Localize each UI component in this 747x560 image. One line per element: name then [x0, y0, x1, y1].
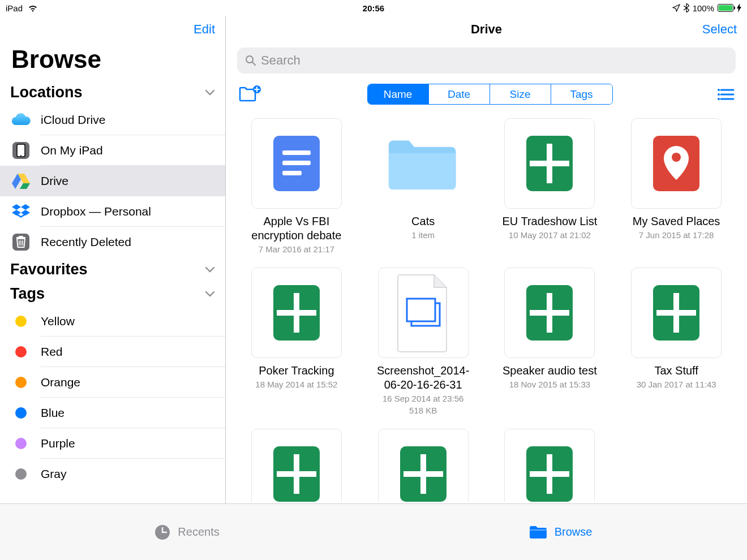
- tab-label: Browse: [555, 525, 593, 539]
- tag-dot: [15, 468, 27, 480]
- gsheet-icon: [251, 429, 342, 502]
- file-item[interactable]: Apple Vs FBI encryption debate 7 Mar 201…: [239, 118, 354, 255]
- gsheet-icon: [504, 118, 595, 209]
- gsheet-icon: [631, 268, 722, 358]
- file-name: Poker Tracking: [259, 364, 334, 378]
- file-meta: 7 Jun 2015 at 17:28: [639, 230, 714, 241]
- folder-icon: [529, 524, 548, 540]
- edit-button[interactable]: Edit: [194, 22, 215, 37]
- battery-icon: [718, 4, 733, 12]
- tag-gray[interactable]: Gray: [41, 459, 225, 489]
- bottom-tab-bar: Recents Browse: [0, 503, 747, 560]
- sort-name[interactable]: Name: [368, 84, 429, 104]
- gsheet-icon: [378, 429, 469, 502]
- file-item[interactable]: EU Tradeshow List 10 May 2017 at 21:02: [493, 118, 607, 255]
- svg-rect-10: [282, 150, 311, 155]
- gsheet-icon: [504, 429, 595, 502]
- tag-dot: [15, 316, 27, 327]
- dropbox-icon: [10, 201, 32, 222]
- trash-icon: [10, 231, 32, 253]
- sort-segmented: Name Date Size Tags: [367, 84, 613, 105]
- tag-dot: [15, 346, 27, 357]
- file-item[interactable]: Speaker audio test 18 Nov 2015 at 15:33: [493, 268, 607, 416]
- tab-recents[interactable]: Recents: [0, 504, 374, 560]
- tags-label: Tags: [10, 285, 45, 303]
- tag-purple[interactable]: Purple: [41, 428, 225, 459]
- file-name: Apple Vs FBI encryption debate: [244, 214, 349, 243]
- location-label: iCloud Drive: [41, 113, 105, 127]
- tags-header[interactable]: Tags: [0, 282, 225, 306]
- file-item[interactable]: Screenshot_2014-06-20-16-26-31 16 Sep 20…: [366, 268, 480, 416]
- tag-yellow[interactable]: Yellow: [41, 306, 225, 337]
- icloud-icon: [10, 109, 32, 131]
- favourites-header[interactable]: Favourites: [0, 257, 225, 282]
- tag-label: Yellow: [41, 315, 75, 328]
- file-meta: 16 Sep 2014 at 23:56: [383, 393, 463, 404]
- svg-rect-11: [282, 161, 311, 165]
- sort-tags[interactable]: Tags: [551, 84, 612, 104]
- tag-red[interactable]: Red: [41, 337, 225, 367]
- location-label: On My iPad: [41, 144, 103, 157]
- file-grid: Apple Vs FBI encryption debate 7 Mar 201…: [226, 105, 747, 502]
- select-button[interactable]: Select: [702, 22, 737, 37]
- toolbar: Name Date Size Tags: [226, 74, 747, 105]
- file-item[interactable]: [239, 429, 354, 502]
- file-name: Screenshot_2014-06-20-16-26-31: [371, 364, 475, 392]
- chevron-down-icon: [205, 291, 215, 298]
- tag-blue[interactable]: Blue: [41, 398, 225, 428]
- locations-header[interactable]: Locations: [0, 80, 225, 105]
- gdoc-icon: [251, 118, 342, 209]
- tag-label: Blue: [41, 406, 65, 420]
- search-input[interactable]: Search: [237, 48, 736, 74]
- svg-point-8: [718, 98, 720, 100]
- tag-label: Red: [41, 345, 63, 359]
- file-meta: 18 May 2014 at 15:52: [255, 379, 337, 390]
- favourites-label: Favourites: [10, 261, 88, 278]
- file-name: EU Tradeshow List: [502, 214, 597, 229]
- charging-icon: [737, 3, 741, 12]
- new-folder-button[interactable]: [238, 85, 262, 104]
- tag-dot: [15, 407, 27, 419]
- sidebar-topbar: Edit: [0, 16, 225, 43]
- location-recently-deleted[interactable]: Recently Deleted: [41, 227, 225, 257]
- sort-size[interactable]: Size: [490, 84, 551, 104]
- tag-label: Purple: [41, 437, 75, 450]
- file-item[interactable]: [493, 429, 607, 502]
- file-item[interactable]: [366, 429, 480, 502]
- file-item[interactable]: Tax Stuff 30 Jan 2017 at 11:43: [619, 268, 733, 416]
- svg-point-6: [718, 89, 720, 91]
- svg-point-2: [20, 155, 22, 156]
- battery-pct: 100%: [693, 3, 714, 13]
- gmap-icon: [631, 118, 722, 209]
- locations-list: iCloud Drive On My iPad Drive Dropbox — …: [0, 105, 225, 257]
- svg-rect-12: [282, 171, 302, 175]
- location-icon: [672, 4, 680, 12]
- tag-label: Gray: [41, 467, 67, 481]
- location-dropbox[interactable]: Dropbox — Personal: [41, 196, 225, 227]
- browse-title: Browse: [0, 43, 225, 80]
- file-item[interactable]: Poker Tracking 18 May 2014 at 15:52: [239, 268, 354, 416]
- tab-label: Recents: [178, 525, 219, 539]
- image-file-icon: [378, 268, 469, 358]
- tab-browse[interactable]: Browse: [374, 504, 747, 560]
- tag-orange[interactable]: Orange: [41, 367, 225, 398]
- tags-list: Yellow Red Orange Blue Purple Gray: [0, 306, 225, 489]
- list-view-button[interactable]: [718, 88, 735, 101]
- file-item[interactable]: My Saved Places 7 Jun 2015 at 17:28: [619, 118, 733, 255]
- location-label: Dropbox — Personal: [41, 205, 151, 218]
- file-item[interactable]: Cats 1 item: [366, 118, 480, 255]
- location-drive[interactable]: Drive: [0, 166, 225, 196]
- svg-point-7: [718, 93, 720, 96]
- tag-dot: [15, 377, 27, 388]
- file-size: 518 KB: [409, 405, 437, 416]
- wifi-icon: [27, 4, 38, 12]
- search-icon: [245, 55, 256, 66]
- status-time: 20:56: [363, 3, 384, 13]
- file-meta: 7 Mar 2016 at 21:17: [259, 244, 334, 255]
- chevron-down-icon: [205, 89, 215, 96]
- file-name: My Saved Places: [633, 214, 720, 229]
- location-on-my-ipad[interactable]: On My iPad: [41, 135, 225, 166]
- location-icloud-drive[interactable]: iCloud Drive: [41, 105, 225, 135]
- location-label: Drive: [41, 174, 68, 188]
- sort-date[interactable]: Date: [429, 84, 490, 104]
